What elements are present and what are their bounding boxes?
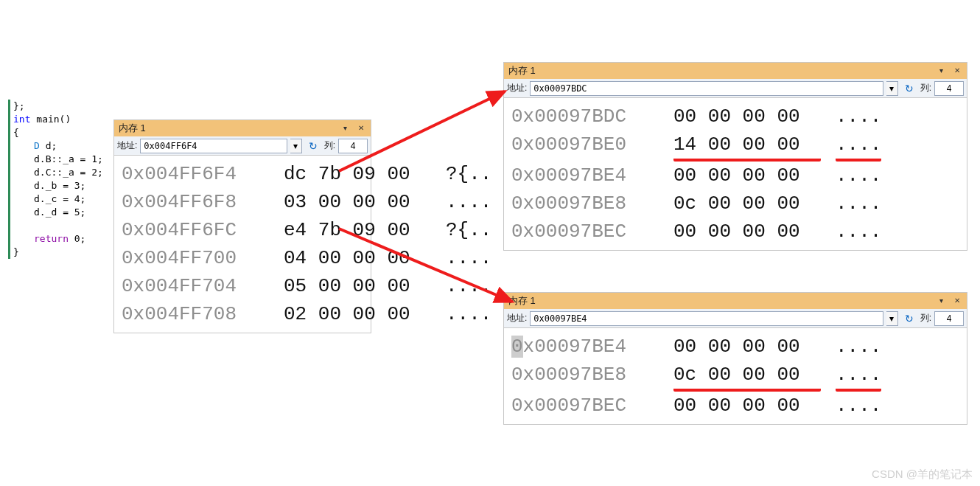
address-label: 地址:: [117, 139, 137, 152]
memory-bytes: 04 00 00 00: [284, 244, 431, 272]
memory-row: 0x004FF70405 00 00 00....: [122, 272, 363, 300]
columns-input[interactable]: [934, 81, 964, 96]
memory-address: 0x004FF704: [122, 272, 269, 300]
memory-ascii: ....: [836, 103, 881, 131]
memory-row: 0x004FF6FCe4 7b 09 00?{..: [122, 216, 363, 244]
code-line: d.C::_a = 2;: [13, 166, 111, 179]
window-title: 内存 1: [119, 122, 146, 133]
memory-row: 0x00097BEC00 00 00 00....: [511, 218, 959, 246]
memory-bytes: 00 00 00 00: [673, 333, 821, 361]
window-title-bar[interactable]: 内存 1 ▾ ✕: [114, 120, 371, 136]
memory-address: 0x004FF6FC: [122, 216, 269, 244]
dropdown-arrow-icon[interactable]: ▾: [886, 81, 898, 96]
memory-row: 0x004FF70004 00 00 00....: [122, 244, 363, 272]
memory-bytes: dc 7b 09 00: [284, 160, 431, 188]
code-editor: }; int main() { D d; d.B::_a = 1; d.C::_…: [8, 100, 111, 259]
refresh-icon[interactable]: ↻: [901, 80, 917, 97]
window-title-bar[interactable]: 内存 1 ▾ ✕: [504, 63, 967, 79]
memory-bytes: 00 00 00 00: [673, 162, 821, 190]
pin-icon[interactable]: ▾: [933, 293, 949, 309]
memory-row: 0x004FF6F4dc 7b 09 00?{..: [122, 160, 363, 188]
memory-row: 0x00097BDC00 00 00 00....: [511, 103, 959, 131]
memory-row: 0x00097BE80c 00 00 00....: [511, 190, 959, 218]
memory-row: 0x00097BE80c 00 00 00....: [511, 361, 959, 392]
memory-ascii: ....: [446, 244, 491, 272]
refresh-icon[interactable]: ↻: [901, 310, 917, 327]
address-input[interactable]: [530, 81, 883, 96]
memory-ascii: ....: [836, 392, 881, 420]
memory-bytes: 14 00 00 00: [673, 131, 821, 162]
code-line: int main(): [13, 113, 111, 126]
dropdown-arrow-icon[interactable]: ▾: [886, 311, 898, 326]
refresh-icon[interactable]: ↻: [305, 138, 321, 154]
memory-row: 0x00097BEC00 00 00 00....: [511, 392, 959, 420]
memory-row: 0x004FF6F803 00 00 00....: [122, 188, 363, 216]
memory-address: 0x00097BE4: [511, 333, 659, 361]
memory-address: 0x00097BDC: [511, 103, 659, 131]
memory-bytes: 00 00 00 00: [673, 392, 821, 420]
memory-row: 0x00097BE014 00 00 00....: [511, 131, 959, 162]
memory-window-2: 内存 1 ▾ ✕ 地址: ▾ ↻ 列: 0x00097BDC00 00 00 0…: [503, 62, 967, 251]
type-D: D: [34, 140, 40, 151]
keyword-int: int: [13, 114, 30, 125]
memory-ascii: ....: [836, 190, 881, 218]
memory-body: 0x00097BE400 00 00 00....0x00097BE80c 00…: [504, 328, 967, 424]
pin-icon[interactable]: ▾: [933, 63, 949, 79]
return-value: 0;: [69, 233, 85, 244]
memory-address: 0x004FF708: [122, 300, 269, 328]
memory-bytes: 02 00 00 00: [284, 300, 431, 328]
memory-address: 0x004FF6F8: [122, 188, 269, 216]
memory-ascii: ....: [446, 300, 491, 328]
close-icon[interactable]: ✕: [353, 120, 369, 136]
memory-ascii: ?{..: [446, 216, 491, 244]
memory-bytes: 05 00 00 00: [284, 272, 431, 300]
memory-row: 0x004FF70802 00 00 00....: [122, 300, 363, 328]
memory-bytes: 00 00 00 00: [673, 218, 821, 246]
memory-address: 0x00097BEC: [511, 392, 659, 420]
memory-ascii: ....: [836, 361, 881, 392]
memory-bytes: 00 00 00 00: [673, 103, 821, 131]
close-icon[interactable]: ✕: [949, 63, 965, 79]
memory-ascii: ....: [836, 131, 881, 162]
pin-icon[interactable]: ▾: [337, 120, 353, 136]
memory-bytes: e4 7b 09 00: [284, 216, 431, 244]
columns-input[interactable]: [338, 139, 368, 153]
memory-address: 0x00097BE8: [511, 361, 659, 392]
memory-ascii: ....: [836, 162, 881, 190]
memory-address: 0x004FF6F4: [122, 160, 269, 188]
code-line: d._d = 5;: [13, 206, 111, 219]
memory-ascii: ....: [836, 218, 881, 246]
fn-main: main(): [30, 114, 71, 125]
memory-toolbar: 地址: ▾ ↻ 列:: [114, 136, 371, 156]
code-line: d._b = 3;: [13, 179, 111, 192]
watermark: CSDN @羊的笔记本: [872, 468, 973, 482]
memory-ascii: ?{..: [446, 160, 491, 188]
close-icon[interactable]: ✕: [949, 293, 965, 309]
memory-body: 0x004FF6F4dc 7b 09 00?{..0x004FF6F803 00…: [114, 156, 371, 333]
address-input[interactable]: [140, 139, 287, 153]
columns-label: 列:: [324, 139, 335, 152]
memory-address: 0x00097BE4: [511, 162, 659, 190]
memory-ascii: ....: [836, 333, 881, 361]
code-line: {: [13, 126, 111, 139]
code-line: [13, 219, 111, 232]
memory-ascii: ....: [446, 272, 491, 300]
window-title-bar[interactable]: 内存 1 ▾ ✕: [504, 293, 967, 309]
memory-address: 0x00097BEC: [511, 218, 659, 246]
dropdown-arrow-icon[interactable]: ▾: [290, 139, 302, 153]
columns-label: 列:: [920, 312, 931, 324]
memory-toolbar: 地址: ▾ ↻ 列:: [504, 79, 967, 98]
memory-window-3: 内存 1 ▾ ✕ 地址: ▾ ↻ 列: 0x00097BE400 00 00 0…: [503, 292, 967, 425]
memory-body: 0x00097BDC00 00 00 00....0x00097BE014 00…: [504, 98, 967, 250]
memory-bytes: 0c 00 00 00: [673, 361, 821, 392]
code-line: return 0;: [13, 232, 111, 246]
memory-toolbar: 地址: ▾ ↻ 列:: [504, 309, 967, 328]
memory-row: 0x00097BE400 00 00 00....: [511, 162, 959, 190]
code-line: d.B::_a = 1;: [13, 153, 111, 166]
code-line: }: [13, 246, 111, 259]
memory-address: 0x00097BE0: [511, 131, 659, 162]
window-title: 内存 1: [508, 295, 536, 306]
address-input[interactable]: [530, 311, 883, 326]
columns-input[interactable]: [934, 311, 964, 326]
memory-window-1: 内存 1 ▾ ✕ 地址: ▾ ↻ 列: 0x004FF6F4dc 7b 09 0…: [113, 119, 371, 333]
